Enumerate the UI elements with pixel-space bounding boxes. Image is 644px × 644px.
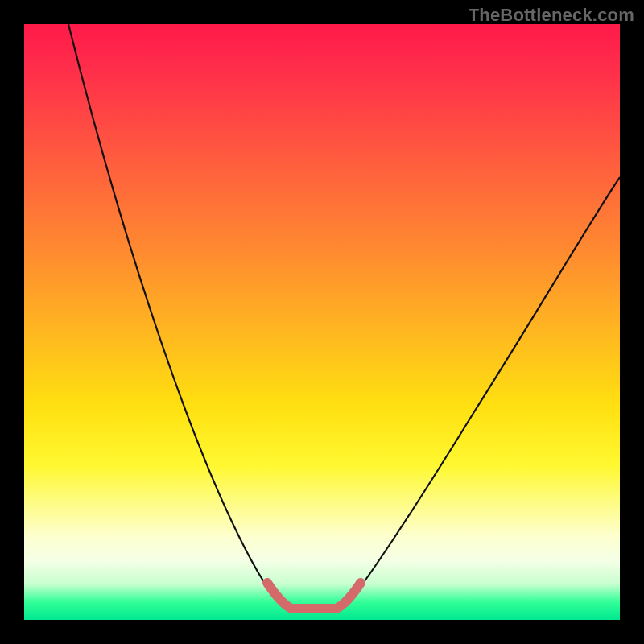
watermark-text: TheBottleneck.com [469,5,634,26]
plot-area [24,24,620,620]
chart-root: TheBottleneck.com [0,0,644,644]
right-curve [345,177,620,607]
left-curve [68,24,283,607]
curve-layer [24,24,620,620]
bottom-u-segment [267,583,361,609]
